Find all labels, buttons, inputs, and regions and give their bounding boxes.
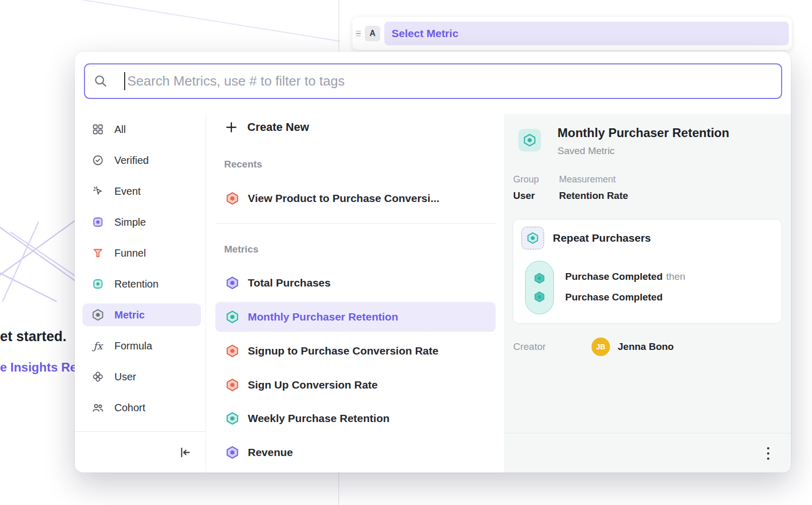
funnel-metric-icon <box>226 344 239 358</box>
sidebar-item-all[interactable]: All <box>82 118 201 141</box>
sidebar-item-user[interactable]: User <box>82 365 201 388</box>
metric-selector-bar: A Select Metric <box>352 17 792 50</box>
creator-avatar: JB <box>591 338 610 356</box>
sidebar-item-retention[interactable]: Retention <box>82 273 201 295</box>
measurement-label: Measurement <box>559 174 616 185</box>
metric-type-icon <box>518 129 541 152</box>
retention-metric-icon <box>226 412 239 425</box>
detail-footer <box>504 433 791 473</box>
sidebar-item-label: Metric <box>114 309 145 321</box>
step-1: Purchase Completedthen <box>565 271 685 282</box>
plus-icon <box>225 121 238 134</box>
measurement-value: Retention Rate <box>559 190 628 201</box>
group-label: Group <box>513 174 539 185</box>
metrics-section-label: Metrics <box>224 244 259 255</box>
metric-row-label: Monthly Purchaser Retention <box>248 311 398 323</box>
create-new-label: Create New <box>247 121 309 134</box>
funnel-metric-icon <box>226 192 239 205</box>
metric-row-label: Total Purchases <box>248 277 331 289</box>
step-2: Purchase Completed <box>565 292 663 303</box>
funnel-icon <box>92 247 104 259</box>
search-bar <box>84 63 782 99</box>
user-flower-icon <box>92 371 104 383</box>
group-value: User <box>513 190 535 201</box>
metric-row[interactable]: Sign Up Conversion Rate <box>215 370 496 400</box>
metric-row-label: Revenue <box>248 446 293 459</box>
verified-badge-icon <box>92 154 104 166</box>
background-headline-fragment: et started. <box>0 329 66 345</box>
sidebar-item-label: Event <box>114 186 141 197</box>
metric-definition-card: Repeat Purchasers Purchase Completedthen… <box>513 219 782 324</box>
sidebar-item-event[interactable]: Event <box>82 180 201 203</box>
step-hexagon-icon <box>534 273 545 284</box>
simple-metric-icon <box>226 276 239 290</box>
metric-list-column: Create New Recents View Product to Purch… <box>206 114 504 473</box>
simple-metric-icon <box>92 216 104 228</box>
sidebar-item-metric[interactable]: Metric <box>82 304 201 326</box>
step-2-event: Purchase Completed <box>565 292 663 302</box>
simple-metric-icon <box>226 446 239 459</box>
repeat-purchasers-icon <box>521 227 544 249</box>
step-1-event: Purchase Completed <box>565 271 663 282</box>
background-insights-link-fragment[interactable]: e Insights Re <box>0 360 77 375</box>
card-title: Repeat Purchasers <box>553 232 651 244</box>
metric-row-selected[interactable]: Monthly Purchaser Retention <box>215 302 496 332</box>
sidebar-item-label: All <box>114 124 126 136</box>
sidebar-item-label: User <box>114 371 136 383</box>
list-divider <box>215 223 496 224</box>
sidebar-item-verified[interactable]: Verified <box>82 149 201 172</box>
select-metric-button[interactable]: Select Metric <box>384 22 789 45</box>
search-input[interactable] <box>84 63 782 99</box>
category-sidebar: All Verified Event <box>75 114 206 473</box>
metric-row-label: Signup to Purchase Conversion Rate <box>248 345 438 357</box>
sidebar-item-label: Retention <box>114 278 159 290</box>
text-caret <box>124 72 125 90</box>
retention-steps-pill <box>525 261 554 314</box>
sidebar-item-label: Verified <box>114 155 149 166</box>
metric-row[interactable]: Signup to Purchase Conversion Rate <box>215 336 496 366</box>
metric-picker-modal: All Verified Event <box>75 52 791 473</box>
funnel-metric-icon <box>226 378 239 392</box>
sidebar-footer <box>75 431 206 473</box>
creator-name: Jenna Bono <box>618 341 674 352</box>
kebab-menu-icon[interactable] <box>763 446 773 461</box>
sidebar-item-label: Funnel <box>114 247 146 259</box>
series-letter-badge: A <box>365 26 380 41</box>
metric-detail-panel: Monthly Purchaser Retention Saved Metric… <box>504 114 791 473</box>
step-hexagon-icon <box>534 291 545 302</box>
sidebar-item-label: Formula <box>114 340 152 352</box>
sidebar-item-funnel[interactable]: Funnel <box>82 242 201 264</box>
grid-icon <box>92 123 104 136</box>
step-connector: then <box>666 271 685 282</box>
sidebar-item-label: Cohort <box>114 402 145 414</box>
metric-hexagon-icon <box>92 309 104 321</box>
cohort-people-icon <box>92 401 104 414</box>
sidebar-item-cohort[interactable]: Cohort <box>82 396 201 419</box>
collapse-sidebar-icon[interactable] <box>178 445 192 460</box>
detail-subtitle: Saved Metric <box>557 145 615 157</box>
retention-metric-icon <box>226 310 239 324</box>
create-new-button[interactable]: Create New <box>225 121 309 134</box>
formula-fx-icon: ƒx <box>92 340 104 352</box>
recent-metric-row[interactable]: View Product to Purchase Conversi... <box>215 183 496 213</box>
detail-title: Monthly Purchaser Retention <box>557 126 729 140</box>
sidebar-item-simple[interactable]: Simple <box>82 211 201 233</box>
metric-row[interactable]: Revenue <box>215 437 496 467</box>
metric-row-label: Weekly Purchase Retention <box>248 412 390 425</box>
metric-row[interactable]: Weekly Purchase Retention <box>215 403 496 433</box>
cursor-click-icon <box>92 185 104 197</box>
metric-row-label: Sign Up Conversion Rate <box>248 379 378 391</box>
metric-row-label: View Product to Purchase Conversi... <box>248 192 439 205</box>
sidebar-item-formula[interactable]: ƒx Formula <box>82 334 201 357</box>
sidebar-item-label: Simple <box>114 216 146 228</box>
metric-row[interactable]: Total Purchases <box>215 268 496 298</box>
drag-handle-icon[interactable] <box>354 17 362 50</box>
recents-section-label: Recents <box>224 159 262 170</box>
retention-icon <box>92 278 104 290</box>
creator-label: Creator <box>513 341 546 352</box>
